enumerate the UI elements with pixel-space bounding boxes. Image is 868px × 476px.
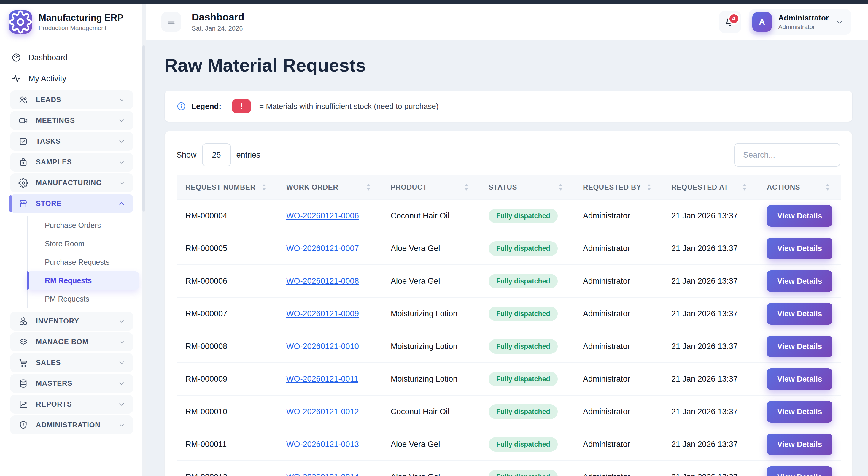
chevron-down-icon: [118, 359, 125, 366]
view-details-button[interactable]: View Details: [767, 336, 832, 357]
sidebar-item-tasks[interactable]: TASKS: [10, 132, 133, 151]
column-header-label: WORK ORDER: [286, 183, 338, 191]
sidebar-item-label: TASKS: [36, 137, 61, 145]
submenu-item-label: Purchase Orders: [45, 221, 101, 230]
work-order-link[interactable]: WO-20260121-0011: [286, 375, 359, 383]
user-menu[interactable]: A Administrator Administrator: [749, 9, 851, 35]
submenu-item-pm-requests[interactable]: PM Requests: [28, 290, 133, 308]
view-details-button[interactable]: View Details: [767, 401, 832, 423]
sidebar-item-masters[interactable]: MASTERS: [10, 374, 133, 393]
submenu-item-rm-requests[interactable]: RM Requests: [27, 271, 139, 290]
work-order-link[interactable]: WO-20260121-0006: [286, 211, 359, 220]
view-details-button[interactable]: View Details: [767, 205, 832, 227]
main-content: Raw Material Requests Legend: ! = Materi…: [146, 40, 868, 476]
cell-product: Moisturizing Lotion: [382, 330, 480, 363]
page-title: Raw Material Requests: [164, 55, 852, 76]
rm-requests-table: REQUEST NUMBERWORK ORDERPRODUCTSTATUSREQ…: [177, 175, 841, 476]
view-details-button[interactable]: View Details: [767, 368, 832, 390]
column-header-requested-by[interactable]: REQUESTED BY: [574, 175, 662, 200]
chevron-down-icon: [118, 380, 125, 387]
sidebar-scrollbar-thumb[interactable]: [143, 46, 145, 212]
work-order-link[interactable]: WO-20260121-0007: [286, 244, 359, 253]
sidebar-item-label: SALES: [36, 358, 61, 367]
header-date: Sat, Jan 24, 2026: [192, 25, 244, 32]
sidebar-toggle-button[interactable]: [161, 12, 181, 32]
work-order-link[interactable]: WO-20260121-0010: [286, 342, 359, 351]
work-order-link[interactable]: WO-20260121-0014: [286, 472, 359, 476]
sidebar-item-meetings[interactable]: MEETINGS: [10, 111, 133, 130]
view-details-button[interactable]: View Details: [767, 466, 832, 476]
submenu-item-store-room[interactable]: Store Room: [28, 234, 133, 253]
sort-icon: [463, 183, 470, 191]
sidebar-item-manage-bom[interactable]: MANAGE BOM: [10, 332, 133, 351]
submenu-item-purchase-requests[interactable]: Purchase Requests: [28, 253, 133, 271]
chevron-down-icon: [118, 117, 125, 124]
top-header: Dashboard Sat, Jan 24, 2026 4 A Administ…: [146, 4, 868, 40]
sidebar-nav: DashboardMy ActivityLEADSMEETINGSTASKSSA…: [0, 40, 146, 436]
sidebar-item-my-activity[interactable]: My Activity: [10, 69, 133, 88]
view-details-button[interactable]: View Details: [767, 434, 832, 455]
cell-product: Coconut Hair Oil: [382, 395, 480, 428]
column-header-label: REQUESTED BY: [583, 183, 641, 191]
submenu-item-label: RM Requests: [45, 276, 92, 285]
sidebar-item-manufacturing[interactable]: MANUFACTURING: [10, 173, 133, 192]
work-order-link[interactable]: WO-20260121-0009: [286, 309, 359, 318]
status-badge: Fully dispatched: [489, 241, 558, 256]
view-details-button[interactable]: View Details: [767, 270, 832, 292]
rm-table-body: RM-000004WO-20260121-0006Coconut Hair Oi…: [177, 200, 841, 476]
cell-request-number: RM-000009: [177, 363, 277, 395]
view-details-button[interactable]: View Details: [767, 303, 832, 325]
column-header-label: ACTIONS: [767, 183, 800, 191]
cell-request-number: RM-000011: [177, 428, 277, 460]
activity-icon: [11, 73, 21, 84]
column-header-status[interactable]: STATUS: [480, 175, 574, 200]
work-order-link[interactable]: WO-20260121-0008: [286, 276, 359, 286]
column-header-requested-at[interactable]: REQUESTED AT: [662, 175, 758, 200]
view-details-button[interactable]: View Details: [767, 238, 832, 259]
work-order-link[interactable]: WO-20260121-0012: [286, 407, 359, 416]
sidebar-item-reports[interactable]: REPORTS: [10, 395, 133, 414]
column-header-request-number[interactable]: REQUEST NUMBER: [177, 175, 277, 200]
notification-count-badge: 4: [728, 13, 740, 25]
entries-per-page-select[interactable]: 25: [202, 143, 231, 167]
cell-product: Moisturizing Lotion: [382, 297, 480, 330]
show-label: Show: [177, 150, 197, 160]
chart-icon: [19, 399, 28, 409]
column-header-product[interactable]: PRODUCT: [382, 175, 480, 200]
cell-work-order: WO-20260121-0007: [277, 232, 382, 265]
sidebar-item-store[interactable]: STORE: [10, 194, 133, 213]
cell-requested-by: Administrator: [574, 265, 662, 297]
sidebar-item-leads[interactable]: LEADS: [10, 90, 133, 109]
work-order-link[interactable]: WO-20260121-0013: [286, 440, 359, 449]
column-header-actions[interactable]: ACTIONS: [758, 175, 841, 200]
cell-status: Fully dispatched: [480, 232, 574, 265]
sidebar-item-dashboard[interactable]: Dashboard: [10, 48, 133, 67]
sidebar-item-sales[interactable]: SALES: [10, 353, 133, 372]
submenu-item-purchase-orders[interactable]: Purchase Orders: [28, 216, 133, 234]
cell-actions: View Details: [758, 395, 841, 428]
sidebar-item-label: MEETINGS: [36, 116, 75, 125]
cell-request-number: RM-000008: [177, 330, 277, 363]
status-badge: Fully dispatched: [489, 274, 558, 289]
sidebar-scrollbar[interactable]: [142, 4, 146, 476]
chevron-down-icon: [118, 400, 125, 408]
cell-request-number: RM-000010: [177, 395, 277, 428]
sidebar-item-label: INVENTORY: [36, 317, 79, 325]
status-badge: Fully dispatched: [489, 470, 558, 476]
column-header-label: STATUS: [489, 183, 517, 191]
chevron-down-icon: [118, 138, 125, 145]
status-badge: Fully dispatched: [489, 372, 558, 386]
search-input[interactable]: [734, 143, 840, 167]
cell-requested-at: 21 Jan 2026 13:37: [662, 265, 758, 297]
sidebar-item-label: STORE: [36, 200, 61, 208]
column-header-work-order[interactable]: WORK ORDER: [277, 175, 382, 200]
legend-text: = Materials with insufficient stock (nee…: [259, 102, 438, 111]
sidebar-item-administration[interactable]: ADMINISTRATION: [10, 415, 133, 435]
table-row: RM-000011WO-20260121-0013Aloe Vera GelFu…: [177, 428, 841, 460]
sort-icon: [365, 183, 372, 191]
submenu-item-label: Store Room: [45, 239, 84, 248]
table-row: RM-000004WO-20260121-0006Coconut Hair Oi…: [177, 200, 841, 232]
notifications-button[interactable]: 4: [719, 11, 741, 33]
sidebar-item-inventory[interactable]: INVENTORY: [10, 311, 133, 331]
sidebar-item-samples[interactable]: SAMPLES: [10, 152, 133, 172]
